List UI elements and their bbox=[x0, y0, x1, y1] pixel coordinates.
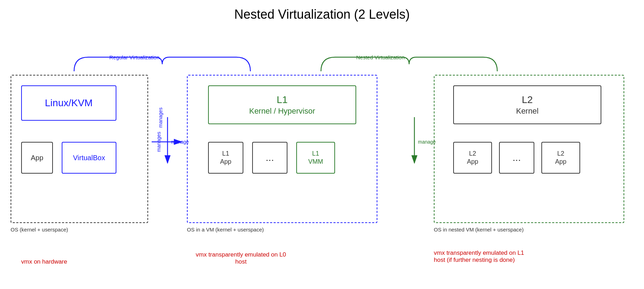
l1-kernel-line1: L1 bbox=[249, 94, 315, 106]
l2-app1-box: L2 App bbox=[453, 142, 492, 174]
svg-text:manages: manages bbox=[171, 139, 189, 145]
l1-vmx-label: vmx transparently emulated on L0 host bbox=[196, 251, 286, 265]
brace-regular bbox=[71, 54, 254, 73]
virtualbox-box: VirtualBox bbox=[62, 142, 116, 174]
l1-app-line1: L1 bbox=[220, 150, 231, 158]
l1-app-line2: App bbox=[220, 158, 231, 166]
l2-kernel-line2: Kernel bbox=[516, 106, 539, 116]
brace-regular-label: Regular Virtualization bbox=[109, 54, 159, 60]
arrow-blue-svg: manages bbox=[146, 114, 189, 170]
l1-kernel-line2: Kernel / Hypervisor bbox=[249, 106, 315, 116]
l0-vmx-label: vmx on hardware bbox=[21, 258, 67, 265]
l1-vmm-line2: VMM bbox=[308, 158, 323, 166]
l1-vmm-line1: L1 bbox=[308, 150, 323, 158]
l2-kernel-box: L2 Kernel bbox=[453, 85, 601, 124]
l0-app-box: App bbox=[21, 142, 53, 174]
l2-kernel-line1: L2 bbox=[516, 94, 539, 106]
l2-caption: OS in nested VM (kernel + userspace) bbox=[434, 227, 524, 233]
l1-app-box: L1 App bbox=[208, 142, 243, 174]
arrow-green-svg: manages bbox=[393, 114, 436, 170]
l2-app1-line2: App bbox=[467, 158, 478, 166]
l2-vmx-label: vmx transparently emulated on L1 host (i… bbox=[434, 249, 524, 264]
linux-kvm-box: Linux/KVM bbox=[21, 85, 116, 121]
l1-dots-box: ... bbox=[252, 142, 287, 174]
brace-nested bbox=[317, 54, 501, 73]
l1-kernel-box: L1 Kernel / Hypervisor bbox=[208, 85, 356, 124]
l1-caption: OS in a VM (kernel + userspace) bbox=[187, 227, 264, 233]
l2-app1-line1: L2 bbox=[467, 150, 478, 158]
l2-dots-box: ... bbox=[499, 142, 534, 174]
svg-text:manages: manages bbox=[418, 139, 436, 145]
l2-app2-line1: L2 bbox=[555, 150, 566, 158]
brace-nested-label: Nested Virtualization bbox=[356, 54, 405, 60]
l2-app2-line2: App bbox=[555, 158, 566, 166]
l0-caption: OS (kernel + userspace) bbox=[11, 227, 68, 233]
l2-app2-box: L2 App bbox=[541, 142, 580, 174]
main-title: Nested Virtualization (2 Levels) bbox=[0, 7, 644, 22]
l1-vmm-box: L1 VMM bbox=[296, 142, 335, 174]
